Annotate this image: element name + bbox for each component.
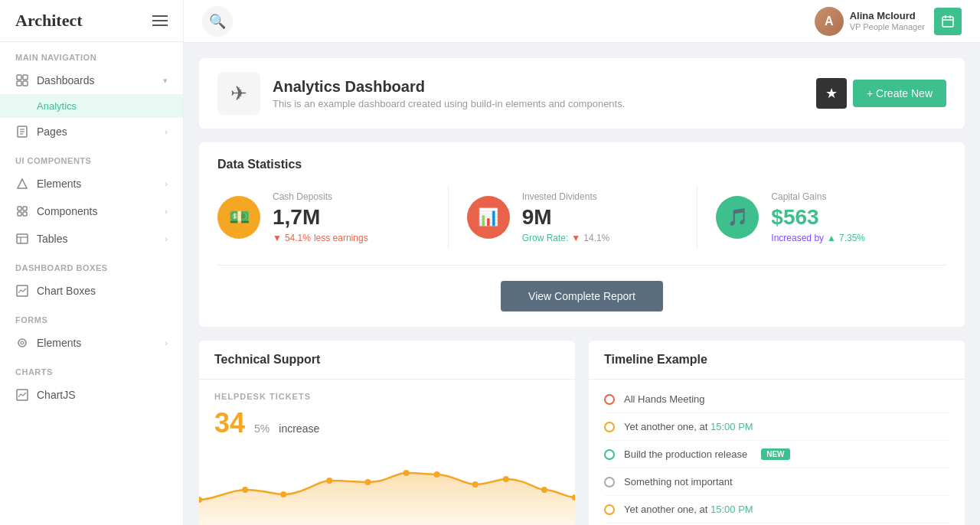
bottom-row: Technical Support HELPDESK TICKETS 34 5%… (199, 341, 965, 525)
tl-time-5: 15:00 PM (710, 504, 753, 515)
svg-rect-10 (23, 207, 27, 210)
create-new-button[interactable]: + Create New (853, 80, 946, 107)
stat-info-invested: Invested Dividents 9M Grow Rate: ▼ 14.1% (522, 191, 610, 243)
hamburger-menu[interactable] (152, 15, 168, 26)
tl-text-1: All Hands Meeting (624, 393, 705, 405)
avatar-image: A (815, 7, 844, 36)
timeline-title: Timeline Example (589, 341, 965, 380)
helpdesk-pct: 5% (254, 422, 270, 435)
page-header-text: Analytics Dashboard This is an example d… (273, 78, 625, 109)
arrow-down-icon: ▼ (273, 233, 282, 243)
dashboard-icon (15, 73, 29, 87)
tl-dot-red (604, 394, 615, 405)
user-role: VP People Manager (850, 22, 925, 32)
chart-dot (364, 479, 371, 485)
sidebar-item-forms-elements[interactable]: Elements › (0, 329, 183, 357)
timeline-item-1: All Hands Meeting (604, 386, 949, 413)
sidebar-item-pages-label: Pages (37, 126, 67, 138)
stat-grow-label: Grow Rate: (522, 233, 569, 243)
tech-support-title: Technical Support (199, 341, 575, 380)
stat-label-cash: Cash Deposits (273, 191, 368, 202)
timeline-list: All Hands Meeting Yet another one, at 15… (589, 380, 965, 525)
calendar-button[interactable] (934, 8, 962, 35)
stat-value-invested: 9M (522, 205, 610, 230)
main-content: ✈ Analytics Dashboard This is an example… (184, 43, 980, 525)
favorite-button[interactable]: ★ (816, 78, 847, 109)
stat-icon-cash: 💵 (217, 196, 260, 239)
chart-dot (434, 471, 440, 478)
user-profile[interactable]: A Alina Mclourd VP People Manager (815, 7, 925, 36)
stat-pct-cash: 54.1% (285, 233, 311, 243)
nav-section-charts: CHARTS (0, 357, 183, 381)
timeline-item-4: Something not important (604, 468, 949, 496)
sidebar-item-dashboards-label: Dashboards (37, 74, 95, 86)
nav-section-forms: FORMS (0, 305, 183, 329)
page-subtitle: This is an example dashboard created usi… (273, 98, 625, 109)
page-header: ✈ Analytics Dashboard This is an example… (199, 58, 965, 129)
tl-text-5: Yet another one, at 15:00 PM (624, 504, 753, 515)
sidebar-item-dashboards[interactable]: Dashboards ▾ (0, 67, 183, 94)
stat-value-capital: $563 (771, 205, 865, 230)
formelements-icon (15, 336, 29, 350)
topbar: 🔍 A Alina Mclourd VP People Manager (184, 0, 980, 43)
svg-rect-0 (17, 75, 21, 80)
chevron-down-icon: ▾ (163, 76, 168, 86)
sidebar-item-chartjs[interactable]: ChartJS (0, 381, 183, 409)
helpdesk-increase-label: increase (279, 422, 319, 435)
svg-rect-9 (18, 207, 21, 210)
stat-text-cash: less earnings (314, 233, 368, 243)
svg-point-17 (18, 339, 26, 347)
helpdesk-label: HELPDESK TICKETS (214, 392, 560, 401)
tl-text-4: Something not important (624, 476, 733, 488)
timeline-item-5: Yet another one, at 15:00 PM (604, 496, 949, 523)
area-chart (199, 458, 575, 525)
sidebar-item-pages[interactable]: Pages › (0, 118, 183, 145)
stat-pct-invested: 14.1% (583, 233, 609, 243)
svg-rect-13 (17, 234, 28, 243)
area-chart-svg (199, 458, 575, 525)
sidebar-item-forms-elements-label: Elements (37, 337, 81, 349)
stat-pct-capital: 7.35% (839, 233, 865, 243)
stat-icon-invested: 📊 (467, 196, 510, 239)
sidebar-item-components[interactable]: Components › (0, 197, 183, 225)
svg-rect-12 (23, 212, 27, 216)
nav-section-ui: UI COMPONENTS (0, 145, 183, 170)
tech-num-row: 34 5% increase (214, 407, 560, 439)
page-header-icon: ✈ (217, 72, 260, 115)
search-button[interactable]: 🔍 (202, 6, 233, 37)
sidebar-item-tables[interactable]: Tables › (0, 225, 183, 253)
stat-meta-invested: Grow Rate: ▼ 14.1% (522, 233, 610, 243)
page-header-actions: ★ + Create New (816, 78, 946, 109)
sidebar-subitem-analytics[interactable]: Analytics (0, 94, 183, 118)
tl-badge-new-1: NEW (761, 448, 789, 460)
tl-dot-yellow (604, 422, 615, 432)
chevron-right-icon: › (165, 234, 168, 243)
technical-support-card: Technical Support HELPDESK TICKETS 34 5%… (199, 341, 575, 525)
chevron-right-icon: › (165, 127, 168, 136)
components-icon (15, 204, 29, 218)
chart-dot (242, 487, 248, 493)
stat-item-invested: 📊 Invested Dividents 9M Grow Rate: ▼ 14.… (449, 185, 698, 249)
svg-marker-8 (18, 179, 27, 188)
stat-info-cash: Cash Deposits 1,7M ▼ 54.1% less earnings (273, 191, 368, 243)
sidebar: Architect MAIN NAVIGATION Dashboards ▾ A… (0, 0, 184, 525)
stat-label-capital: Capital Gains (771, 191, 865, 202)
data-statistics-card: Data Statistics 💵 Cash Deposits 1,7M ▼ 5… (199, 142, 965, 327)
nav-section-dashboxes: DASHBOARD BOXES (0, 253, 183, 277)
arrow-down-icon-2: ▼ (571, 233, 580, 243)
sidebar-logo: Architect (0, 0, 183, 42)
svg-rect-3 (23, 81, 28, 86)
nav-section-main: MAIN NAVIGATION (0, 42, 183, 67)
stat-prefix-capital: Increased by (771, 233, 824, 243)
svg-rect-2 (17, 81, 21, 86)
stats-section-title: Data Statistics (217, 158, 946, 171)
sidebar-item-elements[interactable]: Elements › (0, 170, 183, 197)
sidebar-item-chart-boxes[interactable]: Chart Boxes (0, 277, 183, 305)
svg-rect-11 (18, 212, 21, 216)
view-report-row: View Complete Report (217, 265, 946, 311)
stat-info-capital: Capital Gains $563 Increased by ▲ 7.35% (771, 191, 865, 243)
user-info: Alina Mclourd VP People Manager (850, 10, 925, 32)
chart-dot (541, 487, 547, 493)
stat-icon-capital: 🎵 (716, 196, 759, 239)
view-complete-report-button[interactable]: View Complete Report (501, 281, 663, 311)
